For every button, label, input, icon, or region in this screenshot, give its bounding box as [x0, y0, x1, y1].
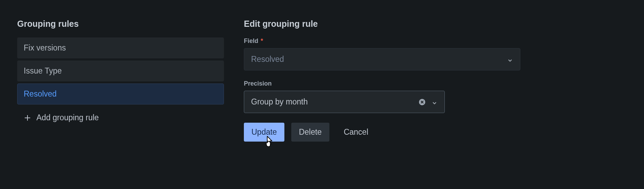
chevron-down-icon — [507, 56, 513, 63]
add-grouping-rule-label: Add grouping rule — [36, 113, 99, 122]
rule-item-issue-type[interactable]: Issue Type — [17, 60, 224, 81]
button-row: Update Delete Cancel — [244, 123, 526, 142]
chevron-down-icon[interactable] — [431, 99, 438, 105]
field-label: Field * — [244, 37, 526, 45]
edit-rule-panel: Edit grouping rule Field * Resolved Prec… — [244, 19, 526, 170]
delete-button[interactable]: Delete — [291, 123, 329, 142]
add-grouping-rule-button[interactable]: Add grouping rule — [17, 104, 105, 122]
field-select-value: Resolved — [251, 55, 284, 64]
field-group-precision: Precision Group by month — [244, 80, 526, 113]
grouping-rules-title: Grouping rules — [17, 19, 240, 29]
cancel-button[interactable]: Cancel — [336, 123, 376, 142]
field-label-text: Field — [244, 37, 258, 44]
clear-icon[interactable] — [418, 98, 426, 106]
rule-list: Fix versions Issue Type Resolved — [17, 37, 240, 104]
precision-select-value: Group by month — [251, 97, 308, 107]
rule-item-resolved[interactable]: Resolved — [17, 84, 224, 104]
field-group-field: Field * Resolved — [244, 37, 526, 70]
edit-rule-title: Edit grouping rule — [244, 19, 526, 29]
precision-controls — [418, 98, 438, 106]
update-button[interactable]: Update — [244, 123, 284, 142]
plus-icon — [23, 114, 32, 122]
field-select[interactable]: Resolved — [244, 48, 520, 70]
precision-select[interactable]: Group by month — [244, 91, 445, 113]
grouping-rules-panel: Grouping rules Fix versions Issue Type R… — [17, 19, 240, 170]
rule-item-fix-versions[interactable]: Fix versions — [17, 37, 224, 58]
precision-label: Precision — [244, 80, 526, 87]
required-marker: * — [261, 37, 263, 44]
